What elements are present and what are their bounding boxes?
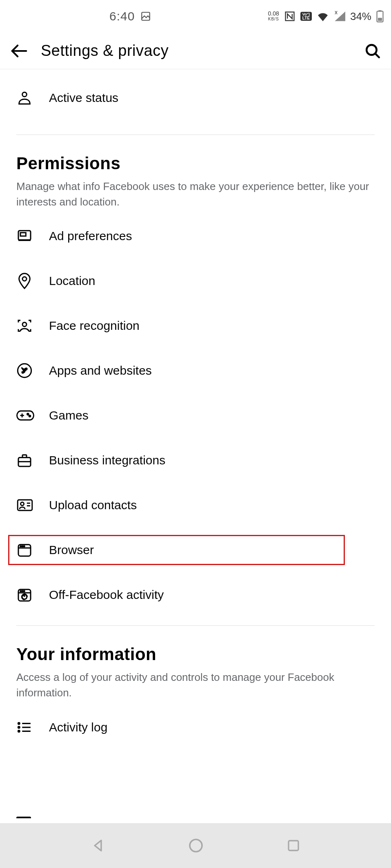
svg-point-8 xyxy=(22,92,27,97)
svg-rect-11 xyxy=(20,233,26,236)
section-title: Your information xyxy=(16,645,375,664)
contacts-icon xyxy=(16,498,38,512)
svg-point-12 xyxy=(22,277,27,281)
row-label: Games xyxy=(49,409,89,422)
row-games[interactable]: Games xyxy=(0,393,391,438)
briefcase-icon xyxy=(16,453,38,468)
browser-icon xyxy=(16,542,38,558)
row-upload-contacts[interactable]: Upload contacts xyxy=(0,483,391,528)
square-recent-icon xyxy=(286,838,301,853)
volte-icon: Vo") LTE xyxy=(300,12,312,21)
row-apps-websites[interactable]: Apps and websites xyxy=(0,348,391,393)
search-button[interactable] xyxy=(364,42,381,60)
page-title: Settings & privacy xyxy=(41,42,364,60)
section-your-information-header: Your information Access a log of your ac… xyxy=(0,626,391,705)
svg-point-36 xyxy=(18,722,20,724)
svg-point-28 xyxy=(20,546,21,547)
games-icon xyxy=(16,409,38,422)
svg-point-19 xyxy=(29,415,31,417)
svg-point-38 xyxy=(18,727,20,728)
nav-home-button[interactable] xyxy=(188,837,204,854)
picture-icon xyxy=(140,11,151,22)
net-speed-indicator: 0.08 KB/S xyxy=(268,11,279,22)
partial-row-icon xyxy=(16,817,31,820)
triangle-back-icon xyxy=(90,838,106,853)
row-label: Face recognition xyxy=(49,319,140,333)
row-label: Upload contacts xyxy=(49,498,137,512)
svg-point-33 xyxy=(20,591,21,592)
ad-icon xyxy=(16,228,38,244)
section-permissions-header: Permissions Manage what info Facebook us… xyxy=(0,135,391,214)
person-icon xyxy=(16,90,38,106)
off-facebook-icon xyxy=(16,587,38,603)
cell-signal-icon: x xyxy=(334,11,345,21)
svg-point-30 xyxy=(24,546,24,547)
circle-home-icon xyxy=(188,837,204,854)
location-icon xyxy=(16,272,38,290)
svg-point-29 xyxy=(22,546,23,547)
row-label: Ad preferences xyxy=(49,229,132,243)
back-arrow-icon xyxy=(10,42,29,60)
nfc-icon xyxy=(284,11,295,22)
row-label: Active status xyxy=(49,91,118,105)
svg-point-13 xyxy=(22,322,27,327)
row-label: Business integrations xyxy=(49,453,165,467)
row-ad-preferences[interactable]: Ad preferences xyxy=(0,214,391,258)
svg-point-18 xyxy=(27,413,29,415)
svg-point-35 xyxy=(24,591,24,592)
row-browser[interactable]: Browser xyxy=(0,528,391,572)
row-off-facebook[interactable]: Off-Facebook activity xyxy=(0,572,391,617)
row-label: Activity log xyxy=(49,720,107,734)
svg-point-42 xyxy=(190,839,202,852)
row-activity-log[interactable]: Activity log xyxy=(0,705,391,750)
svg-point-23 xyxy=(21,502,24,506)
svg-line-7 xyxy=(375,53,379,57)
row-location[interactable]: Location xyxy=(0,258,391,303)
section-title: Permissions xyxy=(16,154,375,173)
app-header: Settings & privacy xyxy=(0,33,391,69)
svg-rect-3 xyxy=(378,10,382,12)
row-label: Browser xyxy=(49,543,94,557)
row-label: Off-Facebook activity xyxy=(49,588,164,602)
row-label: Apps and websites xyxy=(49,364,152,378)
row-label: Location xyxy=(49,274,95,288)
row-business-integrations[interactable]: Business integrations xyxy=(0,438,391,483)
face-recognition-icon xyxy=(16,318,38,334)
status-time: 6:40 xyxy=(109,9,135,23)
svg-rect-43 xyxy=(289,841,298,850)
wifi-icon xyxy=(317,11,329,21)
svg-point-34 xyxy=(22,591,23,592)
row-face-recognition[interactable]: Face recognition xyxy=(0,303,391,348)
activity-log-icon xyxy=(16,721,38,734)
svg-rect-4 xyxy=(378,18,382,21)
search-icon xyxy=(364,42,381,60)
battery-icon xyxy=(376,10,384,22)
section-description: Manage what info Facebook uses to make y… xyxy=(16,179,375,210)
system-navigation-bar xyxy=(0,823,391,868)
back-button[interactable] xyxy=(10,42,29,60)
nav-recent-button[interactable] xyxy=(286,838,301,853)
svg-point-40 xyxy=(18,730,20,732)
apps-websites-icon xyxy=(16,362,38,379)
row-active-status[interactable]: Active status xyxy=(0,69,391,126)
status-bar: 6:40 0.08 KB/S Vo") LTE xyxy=(0,0,391,33)
nav-back-button[interactable] xyxy=(90,838,106,853)
section-description: Access a log of your activity and contro… xyxy=(16,670,375,700)
battery-percentage: 34% xyxy=(350,10,371,23)
